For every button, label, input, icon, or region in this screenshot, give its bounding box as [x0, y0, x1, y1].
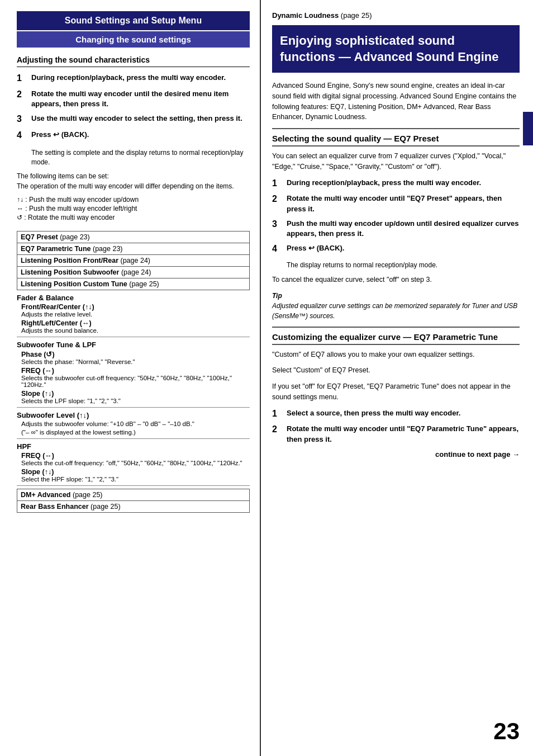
eq7-param-step-text-1: Select a source, then press the multi wa… [287, 408, 460, 418]
step-text-1: During reception/playback, press the mul… [31, 73, 226, 83]
step-num-2: 2 [17, 89, 28, 101]
subwoofer-level-desc1: Adjusts the subwoofer volume: "+10 dB" –… [21, 420, 250, 427]
eq7-title: Selecting the sound quality — EQ7 Preset [272, 134, 520, 147]
menu-row-eq7preset: EQ7 Preset (page 23) [17, 231, 250, 243]
tip-label: Tip [272, 292, 282, 300]
step-text-3: Use the multi way encoder to select the … [31, 114, 242, 124]
adjusting-title: Adjusting the sound characteristics [17, 55, 250, 67]
eq7-param-step-1: 1 Select a source, then press the multi … [272, 408, 520, 420]
subwoofer-level-section: Subwoofer Level (↑↓) Adjusts the subwoof… [17, 411, 250, 436]
fader-desc1: Adjusts the relative level. [21, 311, 250, 318]
tip-block: Tip Adjusted equalizer curve settings ca… [272, 291, 520, 321]
fader-desc2: Adjusts the sound balance. [21, 327, 250, 334]
fader-balance-section: Fader & Balance Front/Rear/Center (↑↓) A… [17, 294, 250, 334]
step-text-4: Press ↩ (BACK). [31, 130, 89, 140]
hpf-slope: Slope (↑↓) [21, 468, 250, 476]
subwoofer-tune-header: Subwoofer Tune & LPF [17, 341, 250, 349]
advanced-sound-title: Enjoying sophisticated sound functions —… [272, 25, 520, 73]
eq7-param-step-text-2: Rotate the multi way encoder until "EQ7 … [287, 424, 520, 444]
info-line-1: The following items can be set: The oper… [17, 171, 250, 191]
symbol-leftright: ↔ : Push the multi way encoder left/righ… [17, 205, 250, 212]
eq7-param-para3: If you set "off" for EQ7 Preset, "EQ7 Pa… [272, 381, 520, 403]
subwoofer-freq: FREQ (↔) [21, 367, 250, 375]
left-step-3: 3 Use the multi way encoder to select th… [17, 114, 250, 125]
hpf-freq: FREQ (↔) [21, 452, 250, 460]
menu-item-eq7preset: EQ7 Preset (page 23) [17, 231, 250, 243]
eq7-param-para2: Select "Custom" of EQ7 Preset. [272, 365, 520, 376]
step-num-3: 3 [17, 114, 28, 125]
eq7-param-steps-list: 1 Select a source, then press the multi … [272, 408, 520, 445]
step-num-4: 4 [17, 130, 28, 141]
continue-text: continue to next page → [272, 450, 520, 459]
eq7-step-2: 2 Rotate the multi way encoder until "EQ… [272, 193, 520, 214]
menu-item-rear-bass: Rear Bass Enhancer (page 25) [17, 501, 250, 513]
eq7-step-4: 4 Press ↩ (BACK). [272, 243, 520, 255]
fader-sub2: Right/Left/Center (↔) [21, 319, 250, 327]
hpf-freq-desc: Selects the cut-off frequency: "off," "5… [21, 460, 250, 466]
eq7-step-1: 1 During reception/playback, press the m… [272, 178, 520, 190]
eq7-para: You can select an equalizer curve from 7… [272, 151, 520, 172]
menu-row-dm-advanced: DM+ Advanced (page 25) [17, 489, 250, 501]
eq7-step-text-2: Rotate the multi way encoder until "EQ7 … [287, 193, 520, 214]
subwoofer-level-desc2: ("– ∞" is displayed at the lowest settin… [21, 429, 250, 436]
hpf-header: HPF [17, 442, 250, 451]
menu-row-eq7param: EQ7 Parametric Tune (page 23) [17, 243, 250, 255]
eq7-step-text-1: During reception/playback, press the mul… [287, 178, 481, 188]
left-column: Sound Settings and Setup Menu Changing t… [0, 0, 261, 756]
eq7-steps-list: 1 During reception/playback, press the m… [272, 178, 520, 255]
subwoofer-level-header: Subwoofer Level (↑↓) [17, 411, 250, 419]
menu-item-listening-custom: Listening Position Custom Tune (page 25) [17, 278, 250, 290]
fader-sub1: Front/Rear/Center (↑↓) [21, 303, 250, 311]
eq7-param-title: Customizing the equalizer curve — EQ7 Pa… [272, 332, 520, 345]
menu-item-eq7param: EQ7 Parametric Tune (page 23) [17, 243, 250, 255]
subwoofer-slope-desc: Selects the LPF slope: "1," "2," "3." [21, 398, 250, 404]
symbol-updown: ↑↓ : Push the multi way encoder up/down [17, 196, 250, 204]
left-step-4: 4 Press ↩ (BACK). [17, 130, 250, 141]
left-step-1: 1 During reception/playback, press the m… [17, 73, 250, 84]
bottom-menu-items-table: DM+ Advanced (page 25) Rear Bass Enhance… [17, 489, 250, 513]
right-sidebar-tab [523, 112, 533, 145]
subwoofer-phase: Phase (↺) [21, 350, 250, 358]
eq7-param-step-2: 2 Rotate the multi way encoder until "EQ… [272, 424, 520, 444]
tip-content: Adjusted equalizer curve settings can be… [272, 302, 517, 320]
step4-subtext: The setting is complete and the display … [31, 148, 250, 167]
eq7-step-text-3: Push the multi way encoder up/down until… [287, 219, 520, 239]
sound-settings-title: Sound Settings and Setup Menu [17, 11, 250, 30]
cancel-note: To cancel the equalizer curve, select "o… [272, 275, 520, 285]
step-num-1: 1 [17, 73, 28, 84]
menu-item-dm-advanced: DM+ Advanced (page 25) [17, 489, 250, 501]
menu-row-rear-bass: Rear Bass Enhancer (page 25) [17, 501, 250, 513]
left-steps-list: 1 During reception/playback, press the m… [17, 73, 250, 141]
symbol-rotate: ↺ : Rotate the multi way encoder [17, 214, 250, 221]
changing-sound-title: Changing the sound settings [17, 31, 250, 48]
menu-items-table: EQ7 Preset (page 23) EQ7 Parametric Tune… [17, 231, 250, 290]
menu-row-listening-front: Listening Position Front/Rear (page 24) [17, 255, 250, 267]
subwoofer-phase-desc: Selects the phase: "Normal," "Reverse." [21, 358, 250, 365]
subwoofer-slope: Slope (↑↓) [21, 390, 250, 398]
eq7-step-text-4: Press ↩ (BACK). [287, 243, 344, 253]
hpf-section: HPF FREQ (↔) Selects the cut-off frequen… [17, 442, 250, 483]
menu-row-listening-custom: Listening Position Custom Tune (page 25) [17, 278, 250, 290]
page-number: 23 [493, 718, 520, 745]
hpf-slope-desc: Select the HPF slope: "1," "2," "3." [21, 476, 250, 483]
left-step-2: 2 Rotate the multi way encoder until the… [17, 89, 250, 109]
fader-balance-header: Fader & Balance [17, 294, 250, 302]
menu-row-listening-sub: Listening Position Subwoofer (page 24) [17, 267, 250, 278]
dynamic-loudness-ref: Dynamic Loudness (page 25) [272, 11, 520, 20]
subwoofer-freq-desc: Selects the subwoofer cut-off frequency:… [21, 375, 250, 388]
eq7-step4-sub: The display returns to normal reception/… [287, 261, 520, 270]
eq7-step-3: 3 Push the multi way encoder up/down unt… [272, 219, 520, 239]
menu-item-listening-front: Listening Position Front/Rear (page 24) [17, 255, 250, 267]
step-text-2: Rotate the multi way encoder until the d… [31, 89, 250, 109]
eq7-param-para1: "Custom" of EQ7 allows you to make your … [272, 349, 520, 360]
menu-item-listening-sub: Listening Position Subwoofer (page 24) [17, 267, 250, 278]
right-column: Dynamic Loudness (page 25) Enjoying soph… [261, 0, 533, 756]
subwoofer-tune-section: Subwoofer Tune & LPF Phase (↺) Selects t… [17, 341, 250, 404]
advanced-sound-para: Advanced Sound Engine, Sony's new sound … [272, 81, 520, 122]
